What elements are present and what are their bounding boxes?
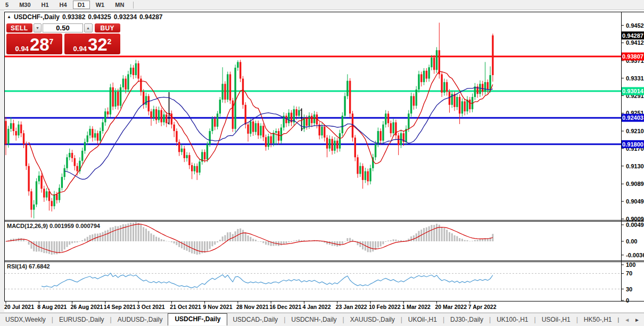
candle-body bbox=[311, 116, 312, 123]
volume-decrease-button[interactable]: ▼ bbox=[34, 23, 42, 32]
sell-button[interactable]: SELL bbox=[6, 23, 32, 32]
candle-body bbox=[346, 81, 348, 96]
timeframe-button-w1[interactable]: W1 bbox=[91, 1, 110, 9]
candle bbox=[436, 47, 437, 73]
collapse-icon[interactable]: ▲ bbox=[7, 14, 11, 20]
sell-price-major: 0.94 bbox=[15, 45, 29, 53]
sell-price-block[interactable]: 0.94 28 7 bbox=[6, 34, 62, 54]
buy-price-big: 32 bbox=[88, 37, 108, 53]
tab-usdchf-daily[interactable]: USDCHF-,Daily bbox=[168, 313, 227, 325]
candle bbox=[349, 78, 351, 118]
tab-usdcnh-daily[interactable]: USDCNH-,Daily bbox=[286, 314, 342, 325]
macd-bar bbox=[342, 241, 343, 244]
volume-increase-button[interactable]: ▲ bbox=[84, 23, 93, 32]
macd-tick-label: 0.004913 bbox=[626, 222, 644, 228]
candle-body bbox=[207, 144, 208, 160]
candle-body bbox=[26, 144, 27, 166]
candle-body bbox=[221, 84, 223, 100]
candle-body bbox=[258, 123, 259, 135]
candle-body bbox=[456, 97, 458, 107]
macd-bar bbox=[296, 240, 298, 241]
candle-body bbox=[145, 96, 147, 104]
macd-bar bbox=[151, 233, 152, 241]
candle-body bbox=[188, 155, 190, 165]
tab-usdcad-daily[interactable]: USDCAD-,Daily bbox=[227, 314, 283, 325]
tab-ukoil-h1[interactable]: UKOil-,H1 bbox=[403, 314, 442, 325]
candle-body bbox=[38, 176, 40, 182]
candle-body bbox=[268, 136, 269, 147]
timeframe-button-m30[interactable]: M30 bbox=[14, 1, 35, 9]
macd-bar bbox=[398, 240, 399, 241]
candle-body bbox=[321, 127, 323, 135]
macd-bar bbox=[138, 223, 139, 241]
macd-bar bbox=[153, 235, 154, 241]
macd-bar bbox=[426, 227, 427, 241]
tab-scroll-left-icon[interactable]: ◄ bbox=[624, 317, 630, 323]
macd-bar bbox=[466, 240, 468, 241]
candle-body bbox=[242, 79, 244, 105]
macd-bar bbox=[454, 235, 456, 241]
buy-price-block[interactable]: 0.94 32 2 bbox=[64, 34, 120, 54]
tab-eurusd-daily[interactable]: EURUSD-,Daily bbox=[54, 314, 110, 325]
tab-audusd-daily[interactable]: AUDUSD-,Daily bbox=[112, 314, 168, 325]
timeframe-button-5[interactable]: 5 bbox=[1, 1, 13, 9]
date-label: 3 Oct 2021 bbox=[137, 304, 165, 310]
tab-scroll-right-icon[interactable]: ► bbox=[634, 317, 640, 323]
candle-body bbox=[40, 176, 42, 189]
timeframe-button-mn[interactable]: MN bbox=[110, 1, 129, 9]
candle-body bbox=[153, 109, 154, 118]
tab-hk50-h1[interactable]: HK50-,H1 bbox=[579, 314, 617, 325]
candle-body bbox=[135, 63, 137, 75]
candle-body bbox=[240, 62, 241, 78]
candle-body bbox=[288, 113, 290, 124]
macd-bar bbox=[148, 231, 150, 241]
buy-button[interactable]: BUY bbox=[95, 23, 121, 32]
date-label: 10 Feb 2022 bbox=[369, 304, 401, 310]
macd-bar bbox=[168, 241, 170, 242]
timeframe-button-d1[interactable]: D1 bbox=[73, 1, 90, 9]
macd-bar bbox=[477, 240, 478, 241]
candle-body bbox=[140, 79, 142, 92]
macd-bar bbox=[51, 241, 53, 255]
candle-body bbox=[148, 96, 150, 111]
price-badge-label: 0.93807 bbox=[622, 53, 643, 60]
candle-body bbox=[250, 121, 251, 134]
candle-body bbox=[479, 84, 481, 94]
macd-bar bbox=[423, 228, 425, 241]
volume-input[interactable]: 0.50 bbox=[43, 23, 82, 32]
macd-bar bbox=[217, 241, 218, 242]
toolbar-separator bbox=[133, 2, 134, 9]
candle-body bbox=[318, 125, 320, 136]
tab-xauusd-daily[interactable]: XAUUSD-,Daily bbox=[345, 314, 400, 325]
macd-bar bbox=[84, 239, 86, 241]
candle-body bbox=[23, 133, 24, 144]
candle-body bbox=[255, 123, 257, 132]
candle-body bbox=[482, 84, 483, 92]
candle bbox=[234, 64, 236, 132]
rsi-indicator-label: RSI(14) 67.6842 bbox=[7, 263, 50, 270]
candle-body bbox=[69, 153, 70, 157]
sell-price-big: 28 bbox=[30, 37, 49, 53]
macd-bar bbox=[436, 224, 437, 241]
tab-usoil-h1[interactable]: USOil-,H1 bbox=[536, 314, 576, 325]
tab-uk100-h1[interactable]: UK100-,H1 bbox=[491, 314, 533, 325]
macd-bar bbox=[196, 241, 198, 255]
ohlc-high: 0.94325 bbox=[88, 13, 111, 21]
candle-body bbox=[97, 133, 98, 141]
macd-bar bbox=[400, 240, 402, 241]
timeframe-button-h4[interactable]: H4 bbox=[55, 1, 72, 9]
macd-bar bbox=[461, 239, 463, 241]
candle-body bbox=[51, 201, 53, 206]
macd-bar bbox=[194, 241, 195, 254]
macd-bar bbox=[211, 241, 213, 246]
candle-body bbox=[423, 71, 425, 82]
candle-body bbox=[306, 118, 308, 126]
macd-bar bbox=[114, 226, 116, 241]
tab-usdx-weekly[interactable]: USDX,Weekly bbox=[0, 314, 51, 325]
tab-dj30-daily[interactable]: DJ30-,Daily bbox=[445, 314, 489, 325]
macd-bar bbox=[288, 241, 290, 242]
candle-body bbox=[339, 133, 341, 149]
timeframe-button-h1[interactable]: H1 bbox=[37, 1, 54, 9]
candle-body bbox=[186, 155, 187, 158]
candle-body bbox=[377, 131, 379, 144]
